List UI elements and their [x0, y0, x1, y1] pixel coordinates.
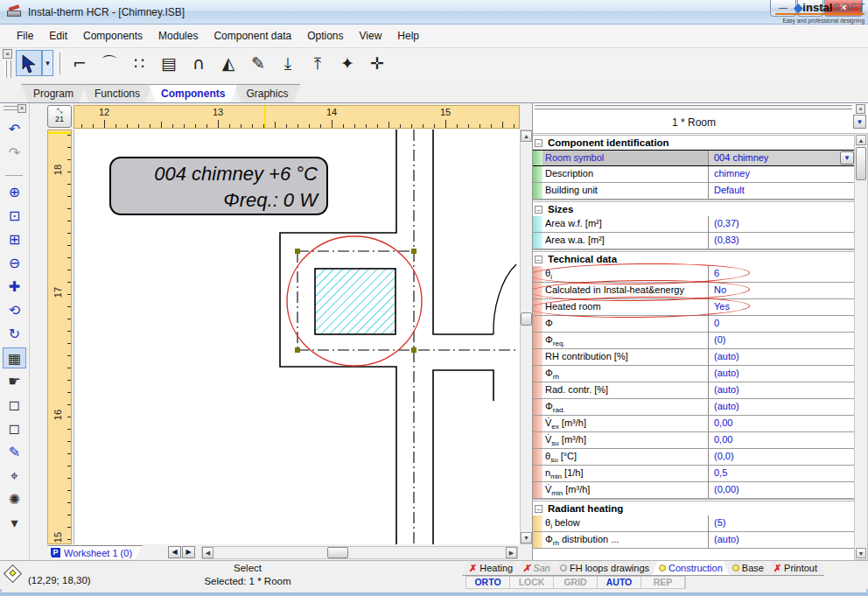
edit-drawing-tool[interactable]: ✎	[245, 51, 271, 76]
worksheet-next-button[interactable]: ▶	[182, 546, 195, 558]
toggle-rep[interactable]: REP	[641, 577, 685, 588]
torch-icon[interactable]: ⌖	[3, 466, 26, 487]
property-value[interactable]: 6	[709, 266, 855, 282]
property-row[interactable]: V̇min [m³/h](0,00)	[533, 482, 855, 499]
toolbar-close-icon[interactable]: ×	[3, 49, 12, 59]
chimney-block[interactable]	[315, 269, 396, 334]
zoom-previous-icon[interactable]: ⟲	[3, 300, 26, 321]
property-value[interactable]: (5)	[709, 515, 855, 531]
property-value[interactable]: Default	[709, 183, 855, 199]
property-value[interactable]: (auto)	[709, 366, 855, 382]
property-value[interactable]: chimney	[709, 166, 855, 182]
zoom-all-icon[interactable]: ✚	[3, 277, 26, 298]
section-header[interactable]: –Component identification	[533, 133, 855, 150]
property-row[interactable]: Φ0	[533, 316, 855, 333]
property-value[interactable]: (auto)	[709, 382, 855, 398]
property-row[interactable]: V̇su [m³/h]0,00	[533, 432, 855, 449]
panel-dropdown-icon[interactable]: ▼	[853, 115, 866, 129]
scroll-down-icon[interactable]: ▼	[856, 548, 866, 558]
wall-tool[interactable]: ⌐	[66, 51, 93, 76]
property-row[interactable]: Room symbol004 chimney▼	[533, 150, 855, 166]
property-row[interactable]: nmin [1/h]0,5	[533, 466, 855, 482]
property-value[interactable]: (0,0)	[709, 449, 855, 465]
property-value[interactable]: (0,37)	[709, 216, 855, 232]
zoom-area-icon[interactable]: ⊡	[3, 206, 26, 227]
palette-close-icon[interactable]: ×	[18, 104, 26, 113]
north-arrow-tool[interactable]: ✦	[334, 51, 360, 76]
redraw-icon[interactable]: ↻	[3, 324, 26, 345]
layer-tab-construction[interactable]: Construction	[652, 561, 730, 576]
component-data-table-icon[interactable]: ▦	[3, 347, 26, 368]
more-tools-icon[interactable]: ▾	[3, 513, 26, 534]
menu-components[interactable]: Components	[75, 26, 150, 46]
collapse-icon[interactable]: –	[535, 505, 542, 513]
property-row[interactable]: Heated roomYes	[533, 299, 855, 316]
property-value[interactable]: 0,00	[709, 416, 855, 431]
title-bar[interactable]: Instal-therm HCR - [Chimney.ISB] — ▫ ✕	[0, 0, 868, 25]
ruler-origin-button[interactable]: ⤡ 21	[47, 105, 72, 128]
toggle-auto[interactable]: AUTO	[598, 577, 641, 588]
property-value[interactable]: (0,00)	[709, 482, 855, 498]
zoom-in-icon[interactable]: ⊕	[3, 182, 26, 203]
property-row[interactable]: Descriptionchimney	[533, 166, 855, 183]
property-row[interactable]: Area w.a. [m²](0,83)	[533, 233, 855, 249]
select-query-icon[interactable]: ◻	[3, 418, 26, 439]
zoom-out-icon[interactable]: ⊖	[3, 253, 26, 274]
layer-tab-san[interactable]: ✗San	[515, 561, 557, 576]
panel-grip[interactable]	[535, 105, 852, 110]
scroll-up-icon[interactable]: ▲	[521, 130, 532, 142]
layer-tab-printout[interactable]: ✗Printout	[766, 561, 824, 576]
property-value[interactable]: 004 chimney▼	[709, 151, 855, 165]
selection-handle[interactable]	[411, 249, 416, 254]
layer-tab-heating[interactable]: ✗Heating	[462, 561, 520, 576]
property-value[interactable]: (auto)	[709, 532, 855, 548]
menu-modules[interactable]: Modules	[150, 26, 206, 46]
panel-close-icon[interactable]: ×	[856, 104, 865, 114]
menu-help[interactable]: Help	[389, 26, 427, 46]
collapse-icon[interactable]: –	[535, 139, 542, 147]
property-row[interactable]: Φrh(auto)	[533, 366, 855, 382]
arc-wall-tool[interactable]: ⌒	[96, 51, 122, 76]
property-value[interactable]: 0,00	[709, 432, 855, 448]
toolbar-grip[interactable]	[9, 60, 11, 78]
drawing-canvas[interactable]: 004 chimney +6 °C Φreq.: 0 W	[74, 130, 520, 544]
property-row[interactable]: Φreq.(0)	[533, 333, 855, 349]
property-value[interactable]: (0)	[709, 333, 855, 348]
door-tool[interactable]: ∩	[186, 51, 212, 76]
property-row[interactable]: Rad. contr. [%](auto)	[533, 382, 855, 399]
property-value[interactable]: No	[709, 283, 855, 298]
property-row[interactable]: RH contribution [%](auto)	[533, 349, 855, 366]
torch-burst-icon[interactable]: ✺	[3, 489, 26, 510]
value-dropdown-icon[interactable]: ▼	[840, 151, 854, 165]
scroll-up-icon[interactable]: ▲	[856, 135, 866, 145]
undo-icon[interactable]: ↶	[3, 119, 26, 140]
scrollbar-thumb[interactable]	[856, 147, 866, 180]
property-row[interactable]: Φrh distribution ...(auto)	[533, 532, 855, 549]
pan-hand-icon[interactable]: ☛	[3, 371, 26, 392]
section-header[interactable]: –Technical data	[533, 249, 855, 266]
toggle-orto[interactable]: ORTO	[466, 577, 510, 588]
worksheet-tab[interactable]: P Worksheet 1 (0)	[47, 545, 143, 559]
tab-graphics[interactable]: Graphics	[234, 84, 300, 102]
property-row[interactable]: Building unitDefault	[533, 183, 855, 200]
worksheet-prev-button[interactable]: ◀	[168, 546, 181, 558]
beam-tool[interactable]: ▤	[156, 51, 182, 76]
window-tool[interactable]: ◭	[215, 51, 242, 76]
property-value[interactable]: Yes	[709, 299, 855, 315]
section-header[interactable]: –Radiant heating	[533, 499, 855, 515]
scroll-right-icon[interactable]: ▶	[506, 547, 517, 558]
property-row[interactable]: θsu [°C](0,0)	[533, 449, 855, 466]
property-value[interactable]: (auto)	[709, 399, 855, 415]
selection-handle[interactable]	[411, 347, 416, 353]
property-row[interactable]: V̇ex [m³/h]0,00	[533, 416, 855, 432]
scroll-left-icon[interactable]: ◀	[202, 547, 214, 558]
zoom-in-out-icon[interactable]: ⊞	[3, 229, 26, 250]
property-value[interactable]: 0,5	[709, 466, 855, 481]
tab-program[interactable]: Program	[21, 84, 86, 102]
toggle-grid[interactable]: GRID	[554, 577, 598, 588]
section-header[interactable]: –Sizes	[533, 200, 855, 216]
room-label-box[interactable]: 004 chimney +6 °C Φreq.: 0 W	[109, 157, 328, 215]
cursor-tool-dropdown[interactable]: ▼	[42, 50, 53, 76]
property-value[interactable]: (auto)	[709, 349, 855, 365]
panel-scrollbar[interactable]: ▲ ▼	[854, 133, 868, 560]
